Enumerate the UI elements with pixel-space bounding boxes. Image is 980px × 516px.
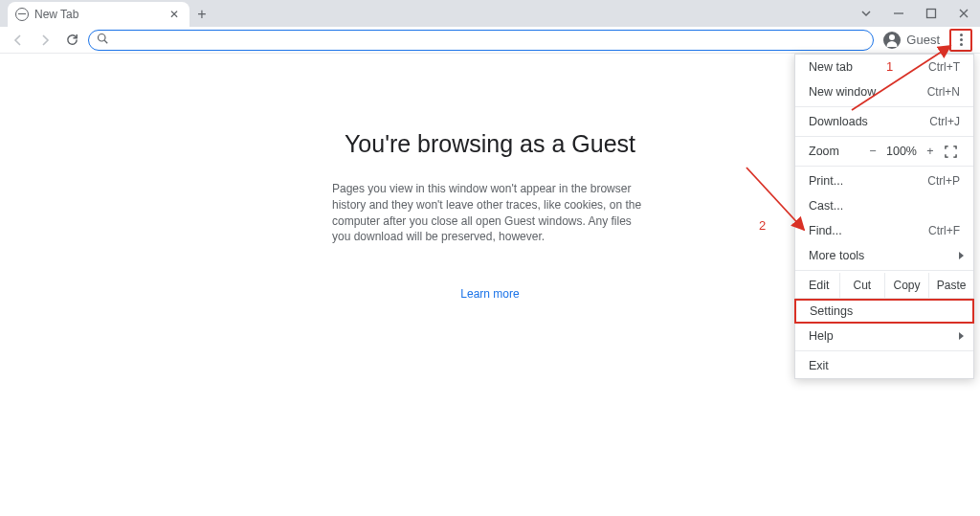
svg-rect-1 — [927, 10, 936, 18]
reload-button[interactable] — [61, 30, 82, 51]
window-minimize-button[interactable] — [882, 0, 915, 27]
menu-item-edit: Edit Cut Copy Paste — [795, 273, 973, 298]
menu-item-new-tab[interactable]: New tab Ctrl+T — [795, 55, 973, 79]
forward-button — [34, 30, 56, 51]
svg-point-2 — [99, 34, 106, 42]
learn-more-link[interactable]: Learn more — [460, 287, 519, 301]
more-vert-icon — [960, 34, 963, 46]
kebab-menu-button[interactable] — [949, 29, 972, 52]
new-tab-button[interactable]: + — [189, 2, 214, 27]
toolbar: Guest — [0, 27, 980, 54]
svg-line-3 — [104, 40, 107, 43]
chrome-menu: New tab Ctrl+T New window Ctrl+N Downloa… — [794, 54, 974, 379]
window-maximize-button[interactable] — [915, 0, 947, 27]
zoom-value: 100% — [883, 145, 920, 158]
tab-strip: New Tab ✕ + — [0, 0, 980, 27]
chevron-right-icon — [959, 252, 964, 259]
back-button — [8, 30, 29, 51]
chevron-right-icon — [959, 332, 964, 340]
avatar-icon — [883, 32, 901, 49]
chevron-down-icon[interactable] — [850, 0, 882, 27]
menu-item-settings[interactable]: Settings — [794, 299, 974, 324]
profile-chip[interactable]: Guest — [880, 32, 944, 49]
address-bar[interactable] — [88, 30, 874, 51]
edit-copy-button[interactable]: Copy — [884, 273, 929, 298]
search-icon — [97, 33, 108, 47]
fullscreen-icon[interactable] — [941, 146, 960, 158]
menu-item-print[interactable]: Print... Ctrl+P — [795, 168, 973, 193]
menu-item-downloads[interactable]: Downloads Ctrl+J — [795, 109, 973, 134]
omnibox-input[interactable] — [114, 32, 865, 49]
menu-item-more-tools[interactable]: More tools — [795, 243, 973, 268]
zoom-in-button[interactable]: + — [920, 145, 941, 158]
browser-tab[interactable]: New Tab ✕ — [8, 2, 189, 27]
menu-item-cast[interactable]: Cast... — [795, 193, 973, 218]
close-tab-icon[interactable]: ✕ — [167, 8, 182, 21]
profile-label: Guest — [906, 33, 940, 47]
menu-item-find[interactable]: Find... Ctrl+F — [795, 218, 973, 243]
globe-icon — [15, 8, 29, 21]
edit-paste-button[interactable]: Paste — [928, 273, 973, 298]
menu-item-new-window[interactable]: New window Ctrl+N — [795, 79, 973, 104]
window-controls — [850, 0, 980, 27]
zoom-out-button[interactable]: − — [862, 145, 883, 158]
window-close-button[interactable] — [947, 0, 980, 27]
guest-description: Pages you view in this window won't appe… — [332, 181, 648, 245]
menu-item-help[interactable]: Help — [795, 324, 973, 348]
tab-title: New Tab — [34, 8, 161, 21]
menu-item-exit[interactable]: Exit — [795, 353, 973, 378]
menu-item-zoom: Zoom − 100% + — [795, 139, 973, 164]
edit-cut-button[interactable]: Cut — [839, 273, 884, 298]
